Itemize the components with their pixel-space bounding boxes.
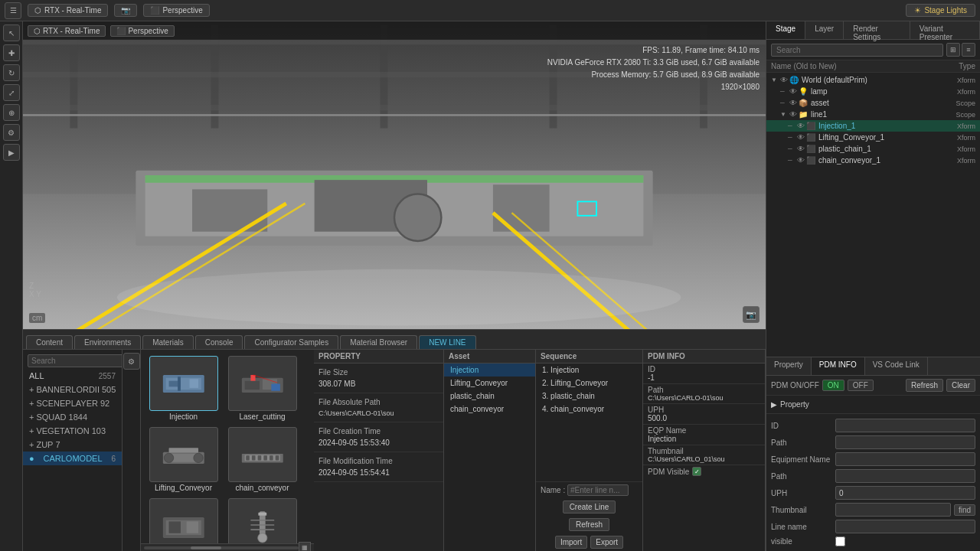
tab-configurator[interactable]: Configurator Samples [244, 335, 338, 349]
sidebar-item-vegetation[interactable]: + VEGETATION 103 [23, 424, 122, 438]
pdm-thumbnail-field-input[interactable] [835, 503, 951, 517]
pdm-visible-field-label: visible [771, 537, 832, 546]
sidebar-item-all[interactable]: ALL 2557 [23, 369, 122, 383]
asset-lifting-conveyor[interactable]: Lifting_Conveyor [444, 377, 535, 390]
asset-thumbnail-chain-conveyor [228, 427, 297, 482]
tree-item-chain1[interactable]: ─ 👁 ⬛ chain_conveyor_1 Xform [766, 155, 980, 166]
sidebar-item-sceneplayer[interactable]: + SCENEPLAYER 92 [23, 396, 122, 410]
asset-injection[interactable]: Injection [444, 364, 535, 377]
pdm-section-header[interactable]: ▶ Property [771, 399, 975, 410]
seq-item-1[interactable]: 1. Injection [536, 364, 642, 377]
universal-tool-icon[interactable]: ⊕ [3, 104, 20, 121]
filter-icon[interactable]: ⊞ [946, 43, 960, 57]
svg-rect-52 [186, 521, 198, 533]
export-button[interactable]: Export [590, 536, 623, 549]
tab-property[interactable]: Property [766, 357, 812, 375]
seq-item-2[interactable]: 2. Lifting_Conveyor [536, 377, 642, 390]
asset-item-plastic-chain[interactable]: plastic_chain [147, 498, 220, 543]
pdm-id-field-input[interactable] [835, 419, 975, 432]
tab-stage[interactable]: Stage [766, 21, 805, 39]
seq-refresh-button[interactable]: Refresh [569, 518, 609, 531]
sidebar-item-carlomodel[interactable]: ● CARLOMODEL 6 [23, 452, 122, 465]
asset-item-laser-cutting[interactable]: Laser_cutting [226, 356, 299, 421]
scroll-thumb[interactable] [191, 546, 221, 549]
tab-console[interactable]: Console [195, 335, 243, 349]
rtx-mode-button[interactable]: ⬡ RTX - Real-Time [28, 4, 108, 17]
pdm-off-button[interactable]: OFF [848, 380, 874, 391]
create-line-button[interactable]: Create Line [563, 500, 616, 514]
seq-item-3[interactable]: 3. plastic_chain [536, 390, 642, 403]
seq-item-4[interactable]: 4. chain_conveyor [536, 403, 642, 416]
asset-item-lifting-conveyor[interactable]: Lifting_Conveyor [147, 427, 220, 492]
tab-render-settings[interactable]: Render Settings [844, 21, 910, 39]
stage-search-input[interactable] [771, 44, 943, 57]
outliner-header: Name (Old to New) Type [766, 60, 980, 73]
svg-rect-11 [23, 114, 766, 116]
selected-dot: ● [29, 454, 34, 463]
tab-layer[interactable]: Layer [805, 21, 844, 39]
asset-chain-conveyor[interactable]: chain_conveyor [444, 403, 535, 416]
tree-item-line1[interactable]: ▼ 👁 📁 line1 Scope [766, 109, 980, 120]
pdm-eqp-name-input[interactable] [835, 452, 975, 466]
tab-vscode[interactable]: VS Code Link [865, 357, 928, 375]
tree-item-world[interactable]: ▼ 👁 🌐 World (defaultPrim) Xform [766, 74, 980, 86]
rotate-tool-icon[interactable]: ↻ [3, 64, 20, 81]
sidebar-item-bannerlordii[interactable]: + BANNERLORDII 505 [23, 383, 122, 396]
play-icon[interactable]: ▶ [3, 144, 20, 161]
tab-material-browser[interactable]: Material Browser [340, 335, 417, 349]
content-search-input[interactable] [28, 354, 122, 367]
asset-item-chain-conveyor[interactable]: chain_conveyor [226, 427, 299, 492]
pdm-refresh-button[interactable]: Refresh [906, 379, 943, 392]
tab-materials[interactable]: Materials [142, 335, 194, 349]
pdm-uph-field-input[interactable] [835, 486, 975, 500]
tree-item-injection1[interactable]: ─ 👁 ⬛ Injection_1 Xform [766, 120, 980, 132]
tab-variant-presenter[interactable]: Variant Presenter [910, 21, 980, 39]
pdm-visible-checkbox[interactable]: ✓ [692, 467, 701, 476]
scroll-track[interactable] [144, 546, 299, 549]
find-thumbnail-button[interactable]: find [954, 504, 975, 516]
select-tool-icon[interactable]: ↖ [3, 24, 20, 41]
perspective-button[interactable]: ⬛ Perspective [143, 4, 209, 17]
settings-icon[interactable]: ⚙ [3, 124, 20, 141]
perspective-label: Perspective [162, 6, 202, 15]
sidebar-item-squad[interactable]: + SQUAD 1844 [23, 410, 122, 424]
world-type: Xform [933, 77, 975, 84]
tab-pdm-info[interactable]: PDM INFO [812, 357, 865, 375]
category-count: 92 [100, 399, 109, 408]
asset-plastic-chain[interactable]: plastic_chain [444, 390, 535, 403]
sidebar-item-zup[interactable]: + ZUP 7 [23, 438, 122, 452]
pdm-path-field-input[interactable] [835, 435, 975, 449]
settings-gear-icon[interactable]: ⚙ [123, 353, 140, 370]
tree-item-plastic1[interactable]: ─ 👁 ⬛ plastic_chain_1 Xform [766, 143, 980, 155]
tree-item-lamp[interactable]: ─ 👁 💡 lamp Xform [766, 86, 980, 97]
perspective-vp-btn[interactable]: ⬛ Perspective [110, 25, 174, 37]
pdm-line-name-input[interactable] [835, 520, 975, 533]
asset-thumbnail-lifting [149, 427, 218, 482]
rtx-viewport-btn[interactable]: ⬡ RTX - Real-Time [28, 25, 106, 37]
move-tool-icon[interactable]: ✚ [3, 44, 20, 61]
pdm-uph-field-label: UPH [771, 489, 832, 497]
tree-item-asset[interactable]: ─ 👁 📦 asset Scope [766, 97, 980, 109]
hamburger-icon[interactable]: ☰ [5, 2, 21, 19]
pdm-uph-value: 500.0 [648, 414, 760, 422]
asset-item-injection[interactable]: Injection [147, 356, 220, 421]
camera-settings-button[interactable]: 📷 [114, 4, 137, 17]
import-button[interactable]: Import [555, 536, 587, 549]
grid-view-icon[interactable]: ▦ [299, 542, 311, 552]
seq-name-input[interactable] [567, 484, 629, 496]
scale-tool-icon[interactable]: ⤢ [3, 84, 20, 101]
viewport[interactable]: ⬡ RTX - Real-Time ⬛ Perspective [23, 21, 766, 329]
tab-content[interactable]: Content [26, 335, 73, 349]
tree-item-lifting1[interactable]: ─ 👁 ⬛ Lifting_Conveyor_1 Xform [766, 132, 980, 143]
stage-lights-button[interactable]: ☀ Stage Lights [906, 4, 975, 17]
pdm-visible-field-checkbox[interactable] [835, 536, 845, 546]
tab-new-line[interactable]: NEW LINE [419, 335, 475, 349]
pdm-clear-button[interactable]: Clear [946, 379, 975, 392]
pdm-path2-input[interactable] [835, 469, 975, 483]
asset-item-screw[interactable]: screw [226, 498, 299, 543]
camera-control-icon[interactable]: 📷 [743, 306, 760, 323]
seq-name-row: Name : [536, 481, 642, 498]
sort-icon[interactable]: ≡ [962, 43, 975, 57]
tab-environments[interactable]: Environments [74, 335, 141, 349]
pdm-on-button[interactable]: ON [822, 380, 844, 391]
